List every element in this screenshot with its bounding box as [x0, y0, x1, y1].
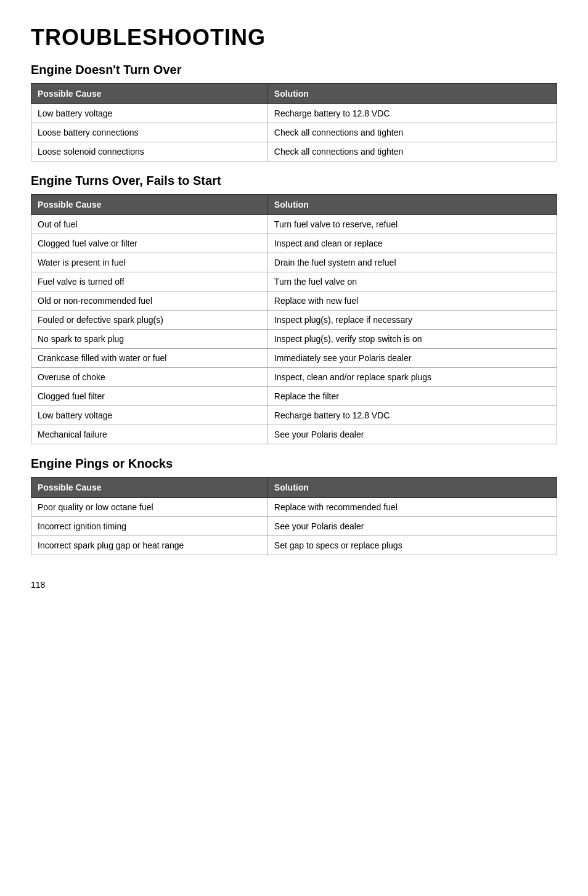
table-row: Water is present in fuelDrain the fuel s…	[31, 253, 557, 272]
table-0-row-2-solution: Check all connections and tighten	[267, 142, 557, 161]
table-row: Incorrect spark plug gap or heat rangeSe…	[31, 536, 557, 555]
table-row: Fouled or defective spark plug(s)Inspect…	[31, 311, 557, 330]
table-2-row-0-cause: Poor quality or low octane fuel	[31, 498, 268, 517]
table-1-header-solution: Solution	[267, 195, 557, 215]
section-title-0: Engine Doesn't Turn Over	[31, 63, 557, 77]
section-title-1: Engine Turns Over, Fails to Start	[31, 174, 557, 188]
table-1-row-2-cause: Water is present in fuel	[31, 253, 268, 272]
table-2-header-solution: Solution	[267, 478, 557, 498]
table-row: Loose battery connectionsCheck all conne…	[31, 123, 557, 142]
table-1-row-6-cause: No spark to spark plug	[31, 330, 268, 349]
table-1-row-11-solution: See your Polaris dealer	[267, 425, 557, 444]
table-1-row-9-cause: Clogged fuel filter	[31, 387, 268, 406]
table-1-row-10-solution: Recharge battery to 12.8 VDC	[267, 406, 557, 425]
table-1-row-2-solution: Drain the fuel system and refuel	[267, 253, 557, 272]
table-0-header-cause: Possible Cause	[31, 84, 268, 104]
table-row: Loose solenoid connectionsCheck all conn…	[31, 142, 557, 161]
table-row: Low battery voltageRecharge battery to 1…	[31, 406, 557, 425]
table-1-row-10-cause: Low battery voltage	[31, 406, 268, 425]
table-row: Poor quality or low octane fuelReplace w…	[31, 498, 557, 517]
table-1-row-5-solution: Inspect plug(s), replace if necessary	[267, 311, 557, 330]
page-number: 118	[31, 580, 557, 590]
table-1-row-4-solution: Replace with new fuel	[267, 291, 557, 311]
table-row: Low battery voltageRecharge battery to 1…	[31, 104, 557, 123]
table-1-row-8-solution: Inspect, clean and/or replace spark plug…	[267, 368, 557, 387]
table-1-row-3-cause: Fuel valve is turned off	[31, 272, 268, 291]
table-1: Possible CauseSolutionOut of fuelTurn fu…	[31, 194, 557, 444]
section-title-2: Engine Pings or Knocks	[31, 457, 557, 471]
table-1-row-3-solution: Turn the fuel valve on	[267, 272, 557, 291]
table-row: No spark to spark plugInspect plug(s), v…	[31, 330, 557, 349]
table-1-row-11-cause: Mechanical failure	[31, 425, 268, 444]
main-title: TROUBLESHOOTING	[31, 25, 557, 51]
table-2-row-2-cause: Incorrect spark plug gap or heat range	[31, 536, 268, 555]
table-0-row-0-solution: Recharge battery to 12.8 VDC	[267, 104, 557, 123]
sections-container: Engine Doesn't Turn OverPossible CauseSo…	[31, 63, 557, 555]
table-1-row-0-cause: Out of fuel	[31, 215, 268, 234]
table-1-row-0-solution: Turn fuel valve to reserve, refuel	[267, 215, 557, 234]
table-0-row-2-cause: Loose solenoid connections	[31, 142, 268, 161]
table-2-row-1-solution: See your Polaris dealer	[267, 517, 557, 536]
table-row: Clogged fuel valve or filterInspect and …	[31, 234, 557, 253]
table-2-row-0-solution: Replace with recommended fuel	[267, 498, 557, 517]
table-1-row-5-cause: Fouled or defective spark plug(s)	[31, 311, 268, 330]
table-row: Old or non-recommended fuelReplace with …	[31, 291, 557, 311]
table-2: Possible CauseSolutionPoor quality or lo…	[31, 477, 557, 555]
table-0-header-solution: Solution	[267, 84, 557, 104]
table-1-row-4-cause: Old or non-recommended fuel	[31, 291, 268, 311]
table-row: Fuel valve is turned offTurn the fuel va…	[31, 272, 557, 291]
table-0-row-1-solution: Check all connections and tighten	[267, 123, 557, 142]
table-1-header-cause: Possible Cause	[31, 195, 268, 215]
table-0-row-0-cause: Low battery voltage	[31, 104, 268, 123]
table-1-row-9-solution: Replace the filter	[267, 387, 557, 406]
table-row: Overuse of chokeInspect, clean and/or re…	[31, 368, 557, 387]
table-row: Crankcase filled with water or fuelImmed…	[31, 349, 557, 368]
table-row: Incorrect ignition timingSee your Polari…	[31, 517, 557, 536]
table-1-row-1-cause: Clogged fuel valve or filter	[31, 234, 268, 253]
table-row: Mechanical failureSee your Polaris deale…	[31, 425, 557, 444]
table-row: Out of fuelTurn fuel valve to reserve, r…	[31, 215, 557, 234]
table-2-row-2-solution: Set gap to specs or replace plugs	[267, 536, 557, 555]
table-row: Clogged fuel filterReplace the filter	[31, 387, 557, 406]
table-0: Possible CauseSolutionLow battery voltag…	[31, 83, 557, 161]
table-2-row-1-cause: Incorrect ignition timing	[31, 517, 268, 536]
table-1-row-6-solution: Inspect plug(s), verify stop switch is o…	[267, 330, 557, 349]
table-2-header-cause: Possible Cause	[31, 478, 268, 498]
table-1-row-8-cause: Overuse of choke	[31, 368, 268, 387]
table-0-row-1-cause: Loose battery connections	[31, 123, 268, 142]
table-1-row-7-solution: Immediately see your Polaris dealer	[267, 349, 557, 368]
table-1-row-1-solution: Inspect and clean or replace	[267, 234, 557, 253]
table-1-row-7-cause: Crankcase filled with water or fuel	[31, 349, 268, 368]
